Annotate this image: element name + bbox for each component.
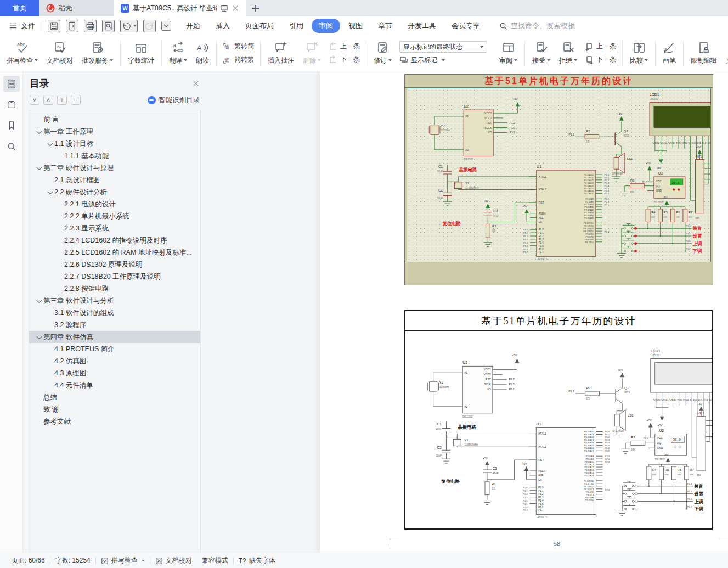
traditional-to-simplified-label: 繁转简	[234, 42, 254, 51]
find-panel-button[interactable]	[3, 138, 20, 155]
close-icon[interactable]	[232, 4, 239, 12]
compatibility-mode-button[interactable]: 兼容模式	[197, 556, 233, 565]
reject-change-label: 拒绝	[559, 56, 572, 65]
menu-tab[interactable]: 审阅	[312, 19, 340, 33]
toc-item[interactable]: 1.1.1 基本功能	[29, 150, 200, 162]
toc-item[interactable]: 2.2.2 单片机最小系统	[29, 210, 200, 222]
tab-home[interactable]: 首页	[0, 0, 39, 16]
menu-tab[interactable]: 会员专享	[444, 19, 487, 33]
toc-item[interactable]: 2.2.7 DS18B20 工作原理及说明	[29, 271, 200, 283]
tab-document[interactable]: W 基于AT89C5...真设计 毕业论文	[114, 0, 246, 16]
menu-tab[interactable]: 开始	[179, 19, 207, 33]
tab-home-label: 首页	[13, 3, 27, 13]
toc-item[interactable]: 2.2 硬件设计分析	[29, 186, 200, 198]
bookmarks-panel-button[interactable]	[3, 117, 20, 134]
spell-check-button[interactable]: abc 拼写检查	[2, 40, 42, 67]
word-count-button[interactable]: 字数统计	[123, 40, 159, 67]
ink-brush-button[interactable]: 画笔	[658, 40, 680, 67]
expand-level-button[interactable]: +	[57, 95, 67, 105]
toc-panel-button[interactable]	[3, 76, 20, 92]
chevron-down-icon	[36, 297, 43, 305]
redo-button[interactable]	[143, 20, 156, 32]
insert-comment-button[interactable]: 插入批注	[263, 40, 298, 67]
toc-item[interactable]: 第四章 软件仿真	[29, 331, 200, 343]
schematic-figure[interactable]: 基于51单片机电子万年历的设计	[404, 310, 713, 530]
translate-button[interactable]: a中 翻译	[165, 40, 191, 67]
menu-tab[interactable]: 章节	[371, 19, 399, 33]
simulation-figure[interactable]: 基于51单片机电子万年历的设计	[404, 74, 713, 285]
collapse-all-button[interactable]: ˄	[43, 95, 53, 105]
toc-item[interactable]: 前 言	[29, 114, 200, 126]
toc-item[interactable]: 3.2 源程序	[29, 319, 200, 331]
track-changes-button[interactable]: 修订	[369, 40, 396, 67]
print-button[interactable]	[84, 20, 97, 32]
accept-change-button[interactable]: 接受	[528, 40, 555, 67]
toc-item[interactable]: 2.2.5 LCD1602 的 RAM 地址映射及标准...	[29, 246, 200, 258]
spell-check-toggle[interactable]: 拼写检查	[96, 556, 150, 565]
previous-change-button[interactable]: 上一条	[585, 42, 616, 51]
toc-item[interactable]: 4.4 元件清单	[29, 379, 200, 391]
document-permissions-button[interactable]: 文档权限	[721, 40, 728, 67]
new-tab-button[interactable]	[246, 0, 266, 16]
toc-item[interactable]: 第一章 工作原理	[29, 126, 200, 138]
delete-comment-button[interactable]: 删除	[298, 40, 325, 67]
toc-item[interactable]: 2.2.6 DS1302 原理及说明	[29, 258, 200, 271]
previous-comment-button[interactable]: 上一条	[329, 42, 360, 51]
next-change-button[interactable]: 下一条	[585, 55, 616, 64]
smart-toc-button[interactable]: 智能识别目录	[148, 95, 200, 105]
print-preview-button[interactable]	[102, 20, 115, 32]
menu-tab[interactable]: 引用	[282, 19, 311, 33]
menu-tab[interactable]: 开发工具	[400, 19, 443, 33]
toolbar-collapse-button[interactable]	[161, 21, 171, 31]
next-comment-button[interactable]: 下一条	[329, 55, 360, 64]
toc-item[interactable]: 总结	[29, 391, 200, 403]
expand-all-button[interactable]: ˅	[30, 95, 39, 105]
toc-item[interactable]: 第三章 软件设计与分析	[29, 295, 200, 307]
tab-docer[interactable]: 稻壳	[39, 0, 114, 16]
dropdown-caret	[142, 560, 145, 561]
traditional-to-simplified-button[interactable]: 简 繁转简	[223, 42, 254, 51]
dropdown-caret	[574, 59, 577, 61]
collapse-level-button[interactable]: −	[71, 95, 81, 105]
undo-button[interactable]	[120, 20, 138, 32]
simplified-to-traditional-button[interactable]: 繁 简转繁	[223, 55, 254, 64]
toc-item[interactable]: 1.1 设计目标	[29, 138, 200, 150]
toc-item[interactable]: 4.1 PROTEUS 简介	[29, 343, 200, 355]
review-pane-button[interactable]: 审阅	[495, 40, 522, 67]
markup-state-dropdown[interactable]: 显示标记的最终状态	[399, 41, 487, 53]
export-pdf-button[interactable]	[66, 20, 78, 32]
page-number: 58	[544, 539, 569, 548]
command-search[interactable]: 查找命令、搜索模板	[499, 21, 575, 31]
annotations-panel-button[interactable]	[3, 97, 20, 113]
toc-item[interactable]: 2.2.8 按键电路	[29, 283, 200, 295]
document-page[interactable]: 基于51单片机电子万年历的设计 基于51单片机电子万年历的设计	[320, 71, 728, 553]
toc-item[interactable]: 4.3 原理图	[29, 367, 200, 379]
toc-item[interactable]: 致 谢	[29, 403, 200, 415]
toc-item[interactable]: 4.2 仿真图	[29, 355, 200, 367]
restrict-editing-button[interactable]: 限制编辑	[686, 40, 721, 67]
toc-item[interactable]: 第二章 硬件设计与原理	[29, 162, 200, 174]
menu-tabs: 开始插入页面布局引用审阅视图章节开发工具会员专享	[179, 19, 487, 33]
show-markup-button[interactable]: 显示标记	[399, 55, 487, 65]
menu-tab[interactable]: 插入	[208, 19, 237, 33]
proofread-toggle[interactable]: 文档校对	[150, 556, 197, 565]
toc-item[interactable]: 2.2.3 显示系统	[29, 222, 200, 234]
toc-item[interactable]: 2.2.1 电源的设计	[29, 198, 200, 210]
menu-tab[interactable]: 视图	[341, 19, 370, 33]
toc-item[interactable]: 参考文献	[29, 415, 200, 428]
grading-service-button[interactable]: 批改服务	[77, 40, 117, 67]
toc-item[interactable]: 3.1 软件设计的组成	[29, 307, 200, 319]
toc-item[interactable]: 2.1 总设计框图	[29, 174, 200, 186]
toc-item[interactable]: 2.2.4 LCD1602 的指令说明及时序	[29, 234, 200, 246]
proofread-button[interactable]: a- 文档校对	[42, 40, 77, 67]
toc-close-button[interactable]	[192, 80, 200, 87]
presentation-icon[interactable]	[220, 4, 228, 13]
reject-change-button[interactable]: 拒绝	[555, 40, 582, 67]
missing-font-button[interactable]: T? 缺失字体	[234, 556, 280, 565]
menu-tab[interactable]: 页面布局	[238, 19, 281, 33]
wps-writer-icon: W	[121, 4, 129, 13]
compare-button[interactable]: 比较	[625, 40, 652, 67]
read-aloud-button[interactable]: A 朗读	[191, 40, 213, 67]
save-button[interactable]	[48, 20, 60, 32]
file-menu[interactable]: 文件	[5, 21, 38, 31]
